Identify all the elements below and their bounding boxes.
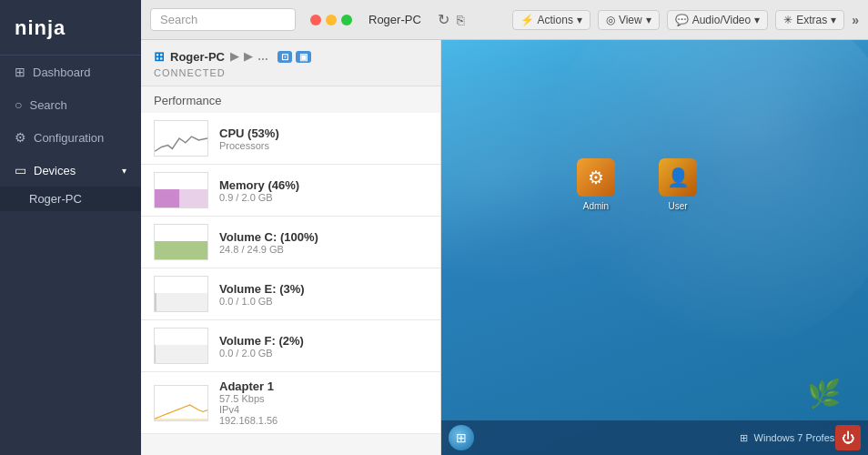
volume-f-sub: 0.0 / 2.0 GB	[219, 348, 428, 359]
windows-taskbar-icon: ⊞	[740, 432, 748, 443]
desktop-background: ⚙ Admin 👤 Us	[441, 40, 868, 455]
memory-sub: 0.9 / 2.0 GB	[219, 192, 428, 203]
sub-item-label: Roger-PC	[29, 192, 82, 206]
sidebar-item-roger-pc[interactable]: Roger-PC	[0, 187, 141, 211]
cpu-name: CPU (53%)	[219, 126, 428, 140]
sidebar-item-label: Dashboard	[33, 66, 91, 79]
close-button-tl[interactable]	[310, 15, 321, 25]
dev-icon-2[interactable]: ▣	[296, 51, 311, 63]
svg-rect-8	[155, 419, 207, 420]
actions-chevron: ▾	[577, 14, 582, 26]
cpu-chart	[154, 120, 208, 157]
main-panel: Search Roger-PC ↻ ⎘ ⚡ Actions ▾ ◎ View ▾…	[141, 0, 868, 455]
sidebar-item-label: Search	[29, 98, 66, 112]
sidebar-item-label: Devices	[34, 164, 76, 177]
volume-c-sub: 24.8 / 24.9 GB	[219, 244, 428, 255]
perf-item-memory[interactable]: Memory (46%) 0.9 / 2.0 GB	[141, 165, 440, 217]
actions-icon: ⚡	[520, 14, 534, 26]
volume-e-name: Volume E: (3%)	[219, 282, 428, 296]
perf-item-volume-e[interactable]: Volume E: (3%) 0.0 / 1.0 GB	[141, 268, 440, 320]
perf-item-volume-f[interactable]: Volume F: (2%) 0.0 / 2.0 GB	[141, 320, 440, 372]
logo-text: ninja	[15, 16, 66, 39]
window-title: Roger-PC	[368, 13, 421, 26]
sidebar-item-search[interactable]: ○ Search	[0, 88, 141, 121]
search-input[interactable]: Search	[150, 8, 296, 31]
user-icon-img: 👤	[659, 158, 697, 197]
admin-icon-img: ⚙	[577, 158, 615, 197]
device-action-icons: ⊡ ▣	[278, 51, 311, 63]
volume-e-chart	[154, 276, 208, 312]
perf-header: Performance	[141, 86, 440, 113]
memory-chart	[154, 172, 208, 208]
more-button[interactable]: »	[852, 13, 859, 27]
copy-button[interactable]: ⎘	[457, 13, 464, 27]
adapter1-name: Adapter 1	[219, 379, 428, 393]
volume-e-info: Volume E: (3%) 0.0 / 1.0 GB	[219, 282, 428, 307]
volume-f-name: Volume F: (2%)	[219, 334, 428, 348]
chevron-icon: ▾	[122, 166, 126, 176]
svg-rect-7	[155, 345, 156, 363]
svg-rect-5	[155, 293, 156, 311]
device-title-row: ⊞ Roger-PC ▶ ▶ … ⊡ ▣	[154, 49, 428, 64]
adapter1-sub2: 57.5 Kbps	[219, 393, 428, 404]
search-icon: ○	[15, 97, 22, 112]
audio-label: Audio/Video	[692, 14, 752, 26]
extras-button[interactable]: ✳ Extras ▾	[775, 10, 844, 30]
adapter1-sub4: 192.168.1.56	[219, 415, 428, 426]
traffic-lights	[310, 15, 352, 25]
breadcrumb-sep: ▶	[230, 50, 238, 63]
perf-item-adapter1[interactable]: Adapter 1 57.5 Kbps IPv4 192.168.1.56	[141, 372, 440, 434]
breadcrumb-sep3: …	[257, 50, 268, 63]
extras-chevron: ▾	[831, 14, 836, 26]
volume-c-chart	[154, 224, 208, 260]
browser-bar: Search Roger-PC ↻ ⎘ ⚡ Actions ▾ ◎ View ▾…	[141, 0, 868, 40]
minimize-button-tl[interactable]	[326, 15, 337, 25]
dev-icon-1[interactable]: ⊡	[278, 51, 292, 63]
maximize-button-tl[interactable]	[341, 15, 352, 25]
view-button[interactable]: ◎ View ▾	[598, 10, 660, 30]
volume-c-info: Volume C: (100%) 24.8 / 24.9 GB	[219, 230, 428, 255]
left-panel: ⊞ Roger-PC ▶ ▶ … ⊡ ▣ CONNECTED Performan…	[141, 40, 441, 455]
volume-f-chart	[154, 328, 208, 364]
volume-e-sub: 0.0 / 1.0 GB	[219, 296, 428, 307]
memory-info: Memory (46%) 0.9 / 2.0 GB	[219, 178, 428, 203]
reload-button[interactable]: ↻	[438, 11, 449, 28]
breadcrumb-sep2: ▶	[244, 50, 252, 63]
svg-rect-6	[155, 345, 207, 363]
sidebar-item-dashboard[interactable]: ⊞ Dashboard	[0, 56, 141, 88]
view-chevron: ▾	[646, 14, 651, 26]
desktop-icon-admin[interactable]: ⚙ Admin	[569, 158, 623, 212]
perf-item-volume-c[interactable]: Volume C: (100%) 24.8 / 24.9 GB	[141, 217, 440, 268]
gear-icon: ⚙	[15, 130, 26, 145]
adapter1-chart	[154, 385, 208, 421]
power-button[interactable]: ⏻	[835, 425, 861, 450]
search-placeholder: Search	[160, 13, 197, 26]
audio-video-button[interactable]: 💬 Audio/Video ▾	[667, 10, 769, 30]
actions-button[interactable]: ⚡ Actions ▾	[512, 10, 590, 30]
remote-desktop[interactable]: ⚙ Admin 👤 Us	[441, 40, 868, 455]
connected-label: CONNECTED	[154, 64, 428, 80]
monitor-icon: ▭	[15, 163, 26, 177]
svg-rect-3	[155, 241, 207, 259]
view-icon: ◎	[606, 14, 615, 26]
adapter1-sub3: IPv4	[219, 404, 428, 415]
svg-rect-4	[155, 293, 207, 311]
volume-f-info: Volume F: (2%) 0.0 / 2.0 GB	[219, 334, 428, 359]
logo: ninja	[0, 0, 141, 56]
cpu-sub: Processors	[219, 140, 428, 151]
volume-c-name: Volume C: (100%)	[219, 230, 428, 244]
dashboard-icon: ⊞	[15, 65, 25, 79]
devices-left: ▭ Devices	[15, 163, 76, 177]
sidebar: ninja ⊞ Dashboard ○ Search ⚙ Configurati…	[0, 0, 141, 455]
desktop-icon-user[interactable]: 👤 User	[651, 158, 705, 212]
start-button[interactable]: ⊞	[449, 425, 474, 450]
perf-item-cpu[interactable]: CPU (53%) Processors	[141, 113, 440, 165]
adapter1-info: Adapter 1 57.5 Kbps IPv4 192.168.1.56	[219, 379, 428, 426]
memory-name: Memory (46%)	[219, 178, 428, 192]
user-icon-label: User	[665, 200, 690, 212]
svg-text:⚙: ⚙	[588, 167, 604, 187]
admin-icon-label: Admin	[580, 200, 611, 212]
sidebar-item-configuration[interactable]: ⚙ Configuration	[0, 121, 141, 154]
sidebar-item-devices[interactable]: ▭ Devices ▾	[0, 154, 141, 187]
extras-label: Extras	[796, 14, 827, 26]
